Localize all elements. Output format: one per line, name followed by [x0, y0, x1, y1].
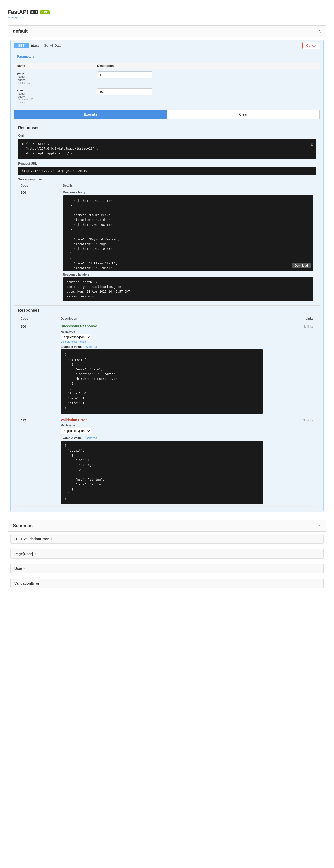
example-block-422: { "detail": [ { "loc": [ "string", 0 ], … [61, 440, 263, 504]
example-pre-422: { "detail": [ { "loc": [ "string", 0 ], … [64, 443, 259, 501]
default-section: default ∧ GET /data Get All Data Cancel … [7, 25, 327, 515]
example-value-tab-200[interactable]: Example Value [61, 345, 82, 349]
resp-row-422: 422 Validation Error Media type applicat… [18, 415, 316, 506]
schema-tab-422[interactable]: Schema [86, 436, 97, 440]
response-headers-block: content-length: 765 content-type: applic… [63, 277, 313, 302]
example-toggle-422: Example Value | Schema [61, 436, 263, 440]
schemas-header[interactable]: Schemas ∧ [8, 520, 326, 532]
param-row: size integer (query) maximum: 100minimum… [14, 86, 320, 106]
example-toggle-200: Example Value | Schema [61, 345, 263, 349]
endpoint-description: Get All Data [44, 43, 61, 47]
param-desc-header: Description [95, 63, 320, 69]
schema-tab-200[interactable]: Schema [86, 345, 97, 349]
schema-divider-0 [11, 546, 323, 547]
endpoint-header[interactable]: GET /data Get All Data Cancel [10, 40, 324, 51]
example-value-tab-422[interactable]: Example Value [61, 436, 82, 440]
server-response-label: Server response [14, 178, 320, 181]
endpoint-left: GET /data Get All Data [13, 42, 61, 48]
schema-item-httpvalidationerror[interactable]: HTTPValidationError › [10, 534, 324, 544]
copy-icon[interactable]: ⧉ [311, 141, 313, 148]
controls-accept-200[interactable]: Controls Accept header [61, 340, 263, 343]
responses-table-title: Responses [18, 308, 316, 313]
schema-name-0: HTTPValidationError [14, 537, 49, 541]
request-url-label: Request URL [18, 162, 316, 165]
schema-item-header-1[interactable]: Page[User] › [10, 549, 324, 558]
example-block-200: { "items": [ { "name": "Paco", "location… [61, 349, 263, 413]
param-input-cell-0[interactable] [95, 69, 320, 86]
resp-row-200: 200 Successful Response Media type appli… [18, 322, 316, 415]
param-row: page integer (query) minimum: 1 [14, 69, 320, 86]
request-url-content: http://127.0.0.1/data?page=1&size=10 [18, 166, 316, 175]
app-header: FastAPI 0.1.0 OAS3 /openapi.json [7, 5, 327, 20]
schema-chevron-3: › [41, 582, 42, 585]
parameters-table: Name Description page integer (query) mi… [14, 63, 320, 106]
response-headers-label: Response headers [63, 273, 313, 277]
resp-description-422: Validation Error [61, 418, 263, 422]
resp-description-200: Successful Response [61, 324, 263, 328]
schema-item-user[interactable]: User › [10, 564, 324, 574]
example-pre-200: { "items": [ { "name": "Paco", "location… [64, 352, 259, 410]
schema-item-header-3[interactable]: ValidationError › [10, 579, 324, 588]
app-title: FastAPI [7, 9, 28, 16]
curl-pre: curl -X 'GET' \ 'http://127.0.0.1/data?p… [22, 142, 312, 156]
schema-divider-1 [11, 561, 323, 561]
resp-code-200: 200 [18, 322, 58, 415]
resp-desc-cell-200: Successful Response Media type applicati… [58, 322, 266, 415]
server-response-row: 200 Response body "birth": "1989-11-18" … [18, 189, 316, 303]
media-type-label-422: Media type [61, 424, 263, 427]
schemas-section: Schemas ∧ HTTPValidationError › Page[Use… [7, 520, 327, 591]
resp-desc-cell-422: Validation Error Media type application/… [58, 415, 266, 506]
server-response-code: 200 [18, 189, 60, 303]
endpoint-container: GET /data Get All Data Cancel Parameters… [10, 40, 324, 512]
schemas-title: Schemas [13, 523, 33, 528]
schema-chevron-2: › [24, 567, 25, 570]
param-name-cell: size integer (query) maximum: 100minimum… [14, 86, 95, 106]
schema-name-2: User [14, 566, 22, 570]
version-badge: 0.1.0 [30, 10, 38, 14]
param-input-0[interactable] [97, 71, 152, 78]
param-name-cell: page integer (query) minimum: 1 [14, 69, 95, 86]
resp-links-cell-200: No links [266, 322, 316, 415]
server-response-section: Server response Code Details 200 [14, 178, 320, 303]
responses-code-table: Code Description Links 200 Successful Re… [18, 315, 316, 507]
schemas-chevron: ∧ [318, 523, 321, 528]
schema-item-header-2[interactable]: User › [10, 564, 324, 573]
app-title-row: FastAPI 0.1.0 OAS3 [7, 9, 327, 16]
parameters-section: Parameters Name Description page integer… [10, 51, 324, 512]
schemas-list: HTTPValidationError › Page[User] › User … [8, 534, 326, 588]
clear-button[interactable]: Clear [167, 110, 320, 119]
resp-links-col: Links [266, 315, 316, 322]
parameters-tab[interactable]: Parameters [14, 53, 37, 60]
body-pre: "birth": "1989-11-18" }, { "name": "Laur… [67, 198, 310, 271]
media-type-select-422[interactable]: application/json [61, 428, 91, 434]
details-col-header: Details [60, 182, 316, 189]
cancel-button[interactable]: Cancel [302, 42, 321, 49]
schema-name-1: Page[User] [14, 552, 33, 556]
server-response-table: Code Details 200 Response body "bi [18, 182, 316, 303]
section-chevron: ∧ [318, 29, 321, 34]
execute-button[interactable]: Execute [14, 110, 167, 119]
execute-row: Execute Clear [14, 110, 320, 119]
param-context-1: (query) [17, 95, 92, 98]
param-input-cell-1[interactable] [95, 86, 320, 106]
param-type-0: integer [17, 75, 92, 78]
media-type-select-200[interactable]: application/json [61, 334, 91, 340]
schema-item-validationerror[interactable]: ValidationError › [10, 579, 324, 588]
request-url-container: Request URL http://127.0.0.1/data?page=1… [18, 162, 316, 175]
schema-item-header-0[interactable]: HTTPValidationError › [10, 534, 324, 544]
default-section-header[interactable]: default ∧ [8, 26, 326, 37]
param-name-0: page [17, 71, 92, 75]
section-title: default [13, 29, 28, 34]
curl-content: curl -X 'GET' \ 'http://127.0.0.1/data?p… [18, 138, 316, 159]
response-body-block: "birth": "1989-11-18" }, { "name": "Laur… [63, 195, 313, 271]
schema-name-3: ValidationError [14, 582, 39, 585]
param-input-1[interactable] [97, 88, 152, 95]
schema-item-page-user-[interactable]: Page[User] › [10, 549, 324, 559]
download-button[interactable]: Download [292, 263, 311, 269]
param-name-header: Name [14, 63, 95, 69]
no-links-422: No links [303, 418, 313, 422]
responses-section: Responses Code Description Links 200 [14, 305, 320, 509]
openapi-link[interactable]: /openapi.json [7, 16, 24, 19]
param-type-1: integer [17, 92, 92, 95]
headers-pre: content-length: 765 content-type: applic… [67, 280, 310, 299]
